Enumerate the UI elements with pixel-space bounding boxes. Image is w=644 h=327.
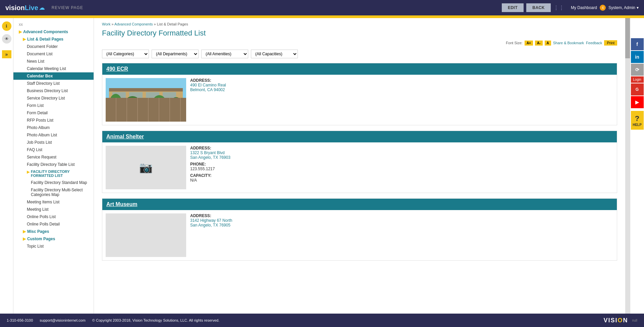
facility-card-header-art-museum: Art Museum [102,199,617,210]
edit-button[interactable]: EDIT [502,3,524,12]
sidebar-item-calendar-meeting-list[interactable]: Calendar Meeting List [13,65,94,72]
facility-card-header-490-ecr: 490 ECR [102,63,617,75]
sidebar-item-custom-pages[interactable]: ▶ Custom Pages [13,235,94,243]
help-button[interactable]: ? HELP [631,111,644,130]
sidebar-item-online-polls-list[interactable]: Online Polls List [13,213,94,220]
facility-name-link-art-museum[interactable]: Art Museum [106,201,137,207]
address-line2-art-museum[interactable]: San Angelo, TX 76905 [190,223,230,227]
login-button[interactable]: Login [631,76,644,83]
amenities-filter[interactable]: (All Amenities) [201,50,248,58]
sidebar-item-facility-directory-formatted-list[interactable]: ▶ FACILITY DIRECTORY FORMATTED LIST [13,168,94,179]
linkedin-icon: in [635,54,639,60]
sidebar-item-faq-list[interactable]: FAQ List [13,146,94,153]
sidebar-item-meeting-items-list[interactable]: Meeting Items List [13,198,94,206]
sidebar-item-online-polls-detail[interactable]: Online Polls Detail [13,220,94,228]
sidebar-item-document-folder[interactable]: Document Folder [13,43,94,50]
dashboard-grid-icon: ⋮⋮ [553,5,564,11]
address-line1-490-ecr[interactable]: 490 El Camino Real [190,83,226,87]
camera-icon: 📷 [139,161,153,174]
sidebar-item-document-list[interactable]: Document List [13,50,94,58]
sidebar-item-list-detail-pages[interactable]: ▶ List & Detail Pages [13,36,94,43]
sidebar-item-photo-album-list[interactable]: Photo Album List [13,131,94,139]
breadcrumb: Work » Advanced Components » List & Deta… [102,22,617,26]
facility-card-body-490-ecr: ADDRESS: 490 El Camino Real Belmont, CA … [102,75,617,125]
sidebar-item-facility-directory-table-list[interactable]: Facility Directory Table List [13,161,94,168]
sidebar-item-meeting-list[interactable]: Meeting List [13,206,94,213]
sidebar-item-job-posts-list[interactable]: Job Posts List [13,139,94,146]
google-button[interactable]: G [631,83,644,95]
font-decrease-button[interactable]: A- [535,41,543,46]
footer-phone: 1-310-656-3100 [7,318,33,322]
sidebar-item-service-directory-list[interactable]: Service Directory List [13,94,94,102]
footer-left: 1-310-656-3100 support@visioninternet.co… [7,318,219,322]
review-page-label: REVIEW PAGE [52,5,83,10]
sidebar-item-misc-pages[interactable]: ▶ Misc Pages [13,228,94,235]
sidebar-item-photo-album[interactable]: Photo Album [13,124,94,131]
sidebar-item-topic-list[interactable]: Topic List [13,243,94,250]
left-icons-panel: ℹ 👁 » [0,18,13,314]
address-line1-art-museum[interactable]: 3142 Highway 67 North [190,218,232,223]
page-title: Facility Directory Formatted List [102,29,617,38]
facility-image-animal-shelter: 📷 [106,146,186,189]
footer-null: null [632,319,637,322]
facility-info-animal-shelter: ADDRESS: 1322 S Bryant Blvd San Angelo, … [190,146,613,189]
svg-rect-11 [163,103,176,113]
feedback-link[interactable]: Feedback [586,41,602,45]
sidebar-item-advanced-components[interactable]: ▶ Advanced Components [13,28,94,36]
facility-card-body-animal-shelter: 📷 ADDRESS: 1322 S Bryant Blvd San Angelo… [102,142,617,193]
capacity-label-animal: CAPACITY: [190,173,613,178]
facility-name-link-animal-shelter[interactable]: Animal Shelter [106,134,144,139]
breadcrumb-advanced-components[interactable]: Advanced Components [114,22,153,26]
address-line1-animal-shelter[interactable]: 1322 S Bryant Blvd [190,150,225,155]
font-reset-button[interactable]: A [545,41,551,46]
svg-rect-1 [106,102,186,112]
svg-point-13 [125,96,140,110]
header-right: EDIT BACK ⋮⋮ My Dashboard 4 System, Admi… [502,3,639,12]
svg-rect-10 [146,103,159,113]
sidebar-item-calendar-box[interactable]: Calendar Box [13,72,94,80]
capacities-filter[interactable]: (All Capacities) [251,50,298,58]
svg-rect-8 [112,103,126,113]
facebook-button[interactable]: f [631,38,644,50]
footer-right: VISION null [603,317,637,324]
sidebar-item-form-list[interactable]: Form List [13,102,94,109]
svg-rect-2 [109,88,183,113]
rss-button[interactable]: ⟳ [631,64,644,76]
help-question-mark: ? [635,114,639,123]
notification-badge[interactable]: 4 [600,5,606,11]
sidebar-item-news-list[interactable]: News List [13,58,94,65]
svg-point-14 [153,95,166,110]
google-icon: G [636,87,639,92]
breadcrumb-work[interactable]: Work [102,22,110,26]
sidebar-item-business-directory-list[interactable]: Business Directory List [13,87,94,94]
address-line2-animal-shelter[interactable]: San Angelo, TX 76903 [190,155,230,160]
youtube-button[interactable]: ▶ [631,96,644,108]
facility-name-link-490-ecr[interactable]: 490 ECR [106,66,128,72]
main-layout: ℹ 👁 » xx ▶ Advanced Components ▶ List & … [0,18,644,314]
scrollbar-thumb[interactable] [625,18,630,58]
font-increase-button[interactable]: A+ [525,41,533,46]
filters-bar: (All Categories) (All Departments) (All … [102,50,617,58]
dashboard-link[interactable]: My Dashboard [571,5,597,10]
sidebar-item-form-detail[interactable]: Form Detail [13,109,94,117]
linkedin-button[interactable]: in [631,51,644,63]
footer-logo: VISION [603,317,628,324]
sidebar-item-service-request[interactable]: Service Request [13,153,94,161]
print-button[interactable]: Print [604,40,617,46]
back-button[interactable]: BACK [526,3,551,12]
sidebar-item-facility-directory-multi-select[interactable]: Facility Directory Multi-Select Categori… [13,186,94,198]
capacity-animal-shelter: N/A [190,178,197,183]
scrollbar[interactable] [625,18,630,314]
department-filter[interactable]: (All Departments) [152,50,199,58]
sidebar-item-rfp-posts-list[interactable]: RFP Posts List [13,117,94,124]
sidebar-item-staff-directory-list[interactable]: Staff Directory List [13,80,94,87]
address-line2-490-ecr[interactable]: Belmont, CA 94002 [190,87,225,92]
sidebar-item-facility-directory-standard-map[interactable]: Facility Directory Standard Map [13,179,94,186]
info-icon-button[interactable]: ℹ [2,21,11,31]
facility-card-animal-shelter: Animal Shelter 📷 ADDRESS: 1322 S Bryant … [102,131,617,193]
eye-icon-button[interactable]: 👁 [2,34,11,44]
collapse-panel-button[interactable]: » [2,50,11,58]
category-filter[interactable]: (All Categories) [102,50,149,58]
facility-card-header-animal-shelter: Animal Shelter [102,131,617,142]
share-bookmark-link[interactable]: Share & Bookmark [553,41,584,45]
